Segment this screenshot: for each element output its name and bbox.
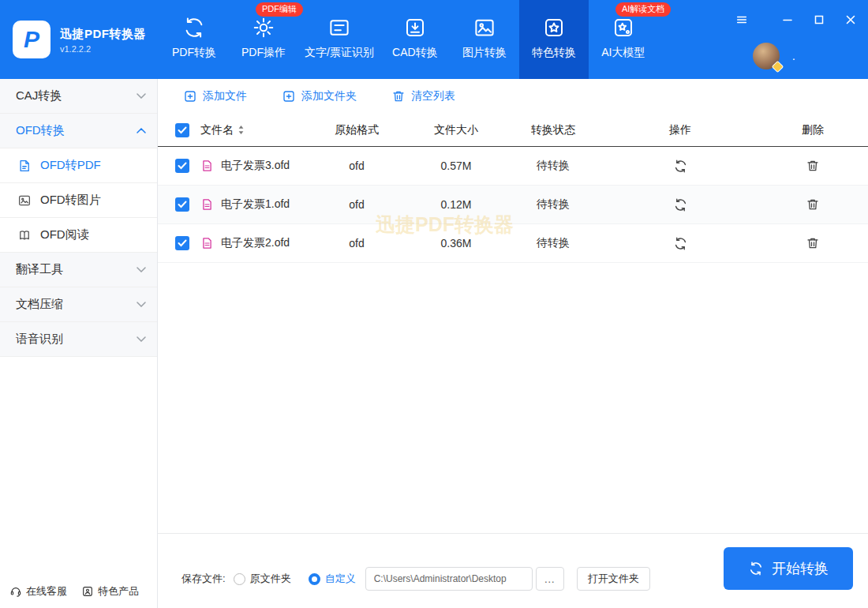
sidebar-group-label: 翻译工具 xyxy=(16,262,63,277)
nav-label: 特色转换 xyxy=(532,46,576,60)
featured-products-link[interactable]: 特色产品 xyxy=(81,584,139,599)
header-action: 操作 xyxy=(582,123,778,137)
file-name: 电子发票2.ofd xyxy=(221,236,290,250)
clear-list-button[interactable]: 清空列表 xyxy=(391,89,455,103)
table-row: 电子发票3.ofd ofd 0.57M 待转换 xyxy=(158,147,868,186)
image-file-icon xyxy=(17,193,32,208)
sidebar-item-label: OFD转PDF xyxy=(40,158,101,173)
ai-doc-badge: AI解读文档 xyxy=(615,2,671,17)
row-checkbox[interactable] xyxy=(175,236,189,250)
footer-bar: 保存文件: 原文件夹 自定义 … 打开文件夹 开始转换 xyxy=(158,534,868,608)
file-name: 电子发票1.ofd xyxy=(221,197,290,212)
file-size: 0.36M xyxy=(388,237,524,250)
nav-item-ai-model[interactable]: AI解读文档 AI大模型 xyxy=(589,0,658,79)
nav-label: PDF转换 xyxy=(172,46,216,60)
header-size: 文件大小 xyxy=(388,123,524,137)
file-name: 电子发票3.ofd xyxy=(221,159,290,173)
original-folder-radio[interactable] xyxy=(234,573,245,585)
nav-item-pdf-convert[interactable]: PDF转换 xyxy=(159,0,229,79)
nav-label: PDF操作 xyxy=(241,46,286,60)
nav-label: 文字/票证识别 xyxy=(305,46,374,60)
sidebar-group-ofd[interactable]: OFD转换 xyxy=(0,114,157,148)
pdf-file-icon xyxy=(17,159,32,173)
file-status: 待转换 xyxy=(524,197,582,212)
original-folder-label[interactable]: 原文件夹 xyxy=(250,572,291,586)
add-file-button[interactable]: 添加文件 xyxy=(183,89,247,103)
minimize-button[interactable] xyxy=(781,13,794,26)
delete-row-button[interactable] xyxy=(803,156,823,176)
nav-item-pdf-operate[interactable]: PDF编辑 PDF操作 xyxy=(229,0,298,79)
select-all-checkbox[interactable] xyxy=(175,123,189,137)
convert-row-button[interactable] xyxy=(670,194,690,215)
nav-label: 图片转换 xyxy=(462,46,507,60)
top-nav: PDF转换 PDF编辑 PDF操作 文字/票证识别 xyxy=(159,0,658,79)
header-format: 原始格式 xyxy=(325,123,388,137)
file-format: ofd xyxy=(325,198,388,211)
delete-row-button[interactable] xyxy=(803,194,823,215)
online-support-link[interactable]: 在线客服 xyxy=(9,584,67,599)
add-folder-button[interactable]: 添加文件夹 xyxy=(282,89,357,103)
sidebar-group-caj[interactable]: CAJ转换 xyxy=(0,79,157,114)
nav-item-special-convert[interactable]: 特色转换 xyxy=(519,0,589,79)
close-button[interactable] xyxy=(844,13,857,26)
main-panel: 添加文件 添加文件夹 清空列表 文件名 原始格式 文件大小 转换状态 操作 xyxy=(158,79,868,608)
trash-icon xyxy=(391,89,406,103)
clear-list-label: 清空列表 xyxy=(411,89,455,103)
book-icon xyxy=(17,228,32,242)
sidebar-item-label: OFD阅读 xyxy=(40,227,89,242)
app-logo-letter: P xyxy=(24,26,39,53)
sidebar-item-ofd-reader[interactable]: OFD阅读 xyxy=(0,218,157,253)
convert-icon xyxy=(182,15,206,40)
open-folder-button[interactable]: 打开文件夹 xyxy=(577,567,650,591)
window-controls xyxy=(735,13,857,26)
add-file-label: 添加文件 xyxy=(203,89,247,103)
avatar[interactable] xyxy=(753,43,780,69)
chevron-down-icon xyxy=(137,267,146,272)
row-checkbox[interactable] xyxy=(175,197,189,212)
header-delete: 删除 xyxy=(778,123,847,137)
online-support-label: 在线客服 xyxy=(26,584,67,599)
nav-item-image-convert[interactable]: 图片转换 xyxy=(450,0,519,79)
nav-label: AI大模型 xyxy=(601,46,645,60)
sidebar-group-translate[interactable]: 翻译工具 xyxy=(0,253,157,287)
browse-button[interactable]: … xyxy=(536,567,564,591)
convert-row-button[interactable] xyxy=(670,233,690,253)
custom-folder-radio[interactable] xyxy=(309,573,320,585)
header-status: 转换状态 xyxy=(524,123,582,137)
row-checkbox[interactable] xyxy=(175,159,189,173)
nav-item-ocr[interactable]: 文字/票证识别 xyxy=(298,0,380,79)
table-header: 文件名 原始格式 文件大小 转换状态 操作 删除 xyxy=(158,114,868,147)
custom-folder-label[interactable]: 自定义 xyxy=(325,572,356,586)
sidebar-group-label: CAJ转换 xyxy=(16,88,62,103)
nav-item-cad-convert[interactable]: CAD转换 xyxy=(380,0,450,79)
sidebar-item-ofd-to-pdf[interactable]: OFD转PDF xyxy=(0,148,157,183)
file-size: 0.12M xyxy=(388,198,524,211)
gear-icon xyxy=(252,15,275,40)
file-status: 待转换 xyxy=(524,236,582,250)
ai-icon xyxy=(612,15,635,40)
sidebar-group-compress[interactable]: 文档压缩 xyxy=(0,287,157,322)
headset-icon xyxy=(9,585,22,598)
add-folder-label: 添加文件夹 xyxy=(301,89,357,103)
start-convert-button[interactable]: 开始转换 xyxy=(724,547,853,590)
sidebar-item-ofd-to-image[interactable]: OFD转图片 xyxy=(0,183,157,218)
ofd-file-icon xyxy=(200,159,214,173)
delete-row-button[interactable] xyxy=(803,233,823,253)
sidebar-group-label: OFD转换 xyxy=(16,123,65,138)
maximize-button[interactable] xyxy=(813,13,825,26)
file-size: 0.57M xyxy=(388,160,524,172)
chevron-up-icon xyxy=(137,128,146,133)
sidebar-group-speech[interactable]: 语音识别 xyxy=(0,322,157,357)
product-icon xyxy=(81,585,94,598)
file-format: ofd xyxy=(325,160,388,172)
file-format: ofd xyxy=(325,237,388,250)
header-filename[interactable]: 文件名 xyxy=(191,123,325,137)
menu-icon[interactable] xyxy=(735,13,748,26)
sidebar-item-label: OFD转图片 xyxy=(40,193,101,208)
save-path-input[interactable] xyxy=(365,567,533,591)
ofd-file-icon xyxy=(200,197,214,212)
sort-icon xyxy=(238,125,245,135)
titlebar: P 迅捷PDF转换器 v1.2.2.2 PDF转换 PDF编辑 PDF操作 xyxy=(0,0,868,79)
convert-row-button[interactable] xyxy=(670,156,690,176)
file-status: 待转换 xyxy=(524,159,582,173)
